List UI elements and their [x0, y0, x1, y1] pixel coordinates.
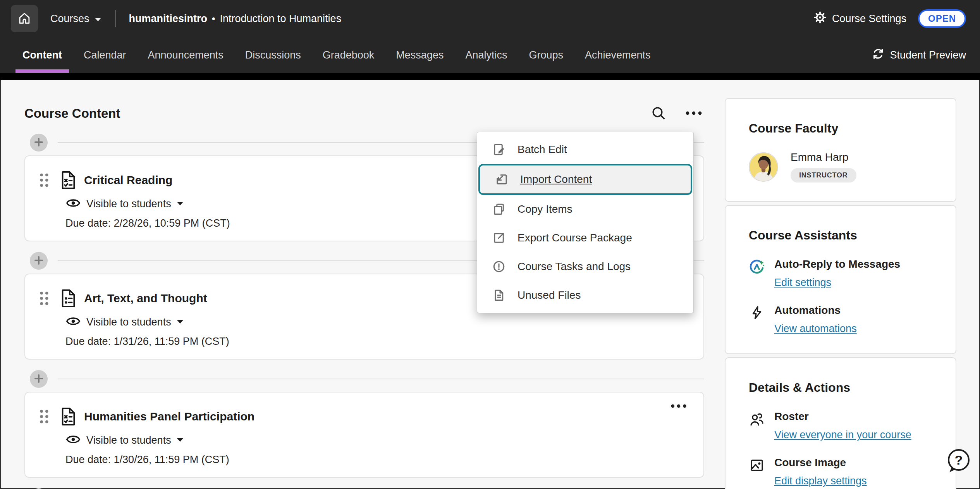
ellipsis-icon: [685, 110, 703, 117]
tab-gradebook[interactable]: Gradebook: [323, 37, 375, 73]
assistant-item-automations: Automations View automations: [749, 304, 940, 335]
eye-icon: [65, 433, 81, 448]
drag-handle[interactable]: [38, 172, 51, 189]
details-actions-panel: Details & Actions Roster View everyone i…: [725, 357, 956, 489]
export-icon: [491, 231, 507, 245]
visibility-selector[interactable]: Visible to students: [65, 315, 688, 329]
search-button[interactable]: [649, 104, 668, 124]
edit-settings-link[interactable]: Edit settings: [774, 277, 831, 289]
assignment-icon: [59, 406, 77, 427]
add-content-button[interactable]: [30, 134, 48, 152]
item-title-link[interactable]: Critical Reading: [84, 174, 172, 187]
breadcrumb: humanitiesintro • Introduction to Humani…: [129, 13, 342, 25]
breadcrumb-separator: •: [212, 13, 215, 24]
add-content-button[interactable]: [30, 370, 48, 388]
home-button[interactable]: [11, 5, 38, 32]
content-header: Course Content: [24, 104, 704, 123]
details-item-roster: Roster View everyone in your course: [749, 410, 940, 441]
faculty-name: Emma Harp: [791, 151, 856, 164]
item-title-link[interactable]: Art, Text, and Thought: [84, 292, 207, 305]
content-item-card: Humanities Panel Participation Visible t…: [24, 392, 704, 478]
faculty-heading: Course Faculty: [749, 121, 940, 136]
nav-tabs: Content Calendar Announcements Discussio…: [22, 37, 651, 73]
course-settings-button[interactable]: Course Settings: [813, 11, 906, 27]
breadcrumb-course-id: humanitiesintro: [129, 13, 208, 25]
edit-display-settings-link[interactable]: Edit display settings: [774, 475, 867, 487]
top-bar-right: Course Settings OPEN: [813, 9, 966, 28]
copy-icon: [491, 202, 507, 216]
menu-item-label: Export Course Package: [518, 232, 632, 244]
visibility-label: Visible to students: [86, 434, 171, 446]
tab-calendar[interactable]: Calendar: [84, 37, 126, 73]
chevron-down-icon: [177, 319, 184, 325]
details-heading: Details & Actions: [749, 381, 940, 395]
nav-bottom-strip: [0, 73, 980, 80]
assignment-icon: [59, 170, 77, 190]
tab-content[interactable]: Content: [22, 37, 62, 73]
menu-item-batch-edit[interactable]: Batch Edit: [477, 135, 693, 164]
help-icon: ?: [946, 470, 972, 475]
menu-item-export-course-package[interactable]: Export Course Package: [477, 224, 693, 252]
help-button[interactable]: ?: [946, 448, 972, 474]
breadcrumb-course-name: Introduction to Humanities: [220, 13, 341, 25]
menu-item-course-tasks-and-logs[interactable]: Course Tasks and Logs: [477, 252, 693, 281]
view-automations-link[interactable]: View automations: [774, 323, 857, 335]
top-bar: Courses humanitiesintro • Introduction t…: [0, 0, 980, 37]
student-preview-label: Student Preview: [890, 49, 966, 61]
item-title-link[interactable]: Humanities Panel Participation: [84, 410, 254, 423]
plus-icon: [34, 138, 43, 148]
details-item-title: Roster: [774, 410, 911, 423]
menu-item-label: Unused Files: [518, 289, 581, 301]
course-sidebar: Course Faculty Emma Harp INSTRUCTOR Cour…: [725, 98, 956, 489]
page-title: Course Content: [24, 106, 120, 121]
menu-item-copy-items[interactable]: Copy Items: [477, 195, 693, 224]
avatar[interactable]: [749, 152, 778, 182]
assistant-item-body: Automations View automations: [774, 304, 857, 335]
menu-item-import-content[interactable]: Import Content: [478, 164, 692, 195]
visibility-selector[interactable]: Visible to students: [65, 433, 688, 448]
chevron-down-icon: [94, 13, 102, 25]
home-icon: [17, 11, 32, 27]
student-preview-button[interactable]: Student Preview: [872, 48, 966, 63]
ai-assistant-icon: [749, 258, 765, 289]
menu-item-unused-files[interactable]: Unused Files: [477, 281, 693, 310]
image-icon: [749, 456, 765, 487]
add-content-button[interactable]: [30, 252, 48, 270]
course-assistants-panel: Course Assistants Auto-Reply to Messages…: [725, 205, 956, 354]
drag-handle[interactable]: [38, 408, 51, 425]
view-roster-link[interactable]: View everyone in your course: [774, 429, 911, 441]
tab-messages[interactable]: Messages: [396, 37, 444, 73]
tab-achievements[interactable]: Achievements: [585, 37, 651, 73]
student-preview-icon: [872, 48, 884, 63]
visibility-label: Visible to students: [86, 198, 171, 210]
menu-item-label: Course Tasks and Logs: [518, 260, 631, 273]
divider-line: [58, 379, 704, 379]
chevron-down-icon: [177, 437, 184, 444]
details-item-title: Course Image: [774, 456, 867, 469]
content-options-menu: Batch Edit Import Content Copy Items Exp…: [477, 132, 694, 313]
details-item-body: Roster View everyone in your course: [774, 410, 911, 441]
menu-item-label: Copy Items: [518, 203, 573, 215]
search-icon: [651, 105, 666, 122]
add-content-divider: [30, 370, 704, 388]
assistant-item-title: Auto-Reply to Messages: [774, 258, 900, 270]
plus-icon: [34, 256, 43, 266]
tab-analytics[interactable]: Analytics: [465, 37, 507, 73]
drag-handle[interactable]: [38, 290, 51, 307]
course-nav-bar: Content Calendar Announcements Discussio…: [0, 37, 980, 73]
courses-menu-button[interactable]: Courses: [50, 13, 102, 25]
item-options-button[interactable]: [670, 403, 687, 410]
content-options-button[interactable]: [683, 109, 704, 119]
tab-discussions[interactable]: Discussions: [245, 37, 301, 73]
assistant-item-title: Automations: [774, 304, 857, 317]
item-title-row: Humanities Panel Participation: [38, 406, 688, 427]
assistants-heading: Course Assistants: [749, 228, 940, 243]
course-open-badge[interactable]: OPEN: [918, 9, 966, 28]
blackboard-course-page: Courses humanitiesintro • Introduction t…: [0, 0, 980, 489]
top-bar-left: Courses humanitiesintro • Introduction t…: [11, 5, 341, 32]
tab-announcements[interactable]: Announcements: [148, 37, 224, 73]
tab-groups[interactable]: Groups: [529, 37, 563, 73]
content-header-actions: [649, 104, 704, 124]
eye-icon: [65, 315, 81, 329]
document-icon: [59, 288, 77, 308]
